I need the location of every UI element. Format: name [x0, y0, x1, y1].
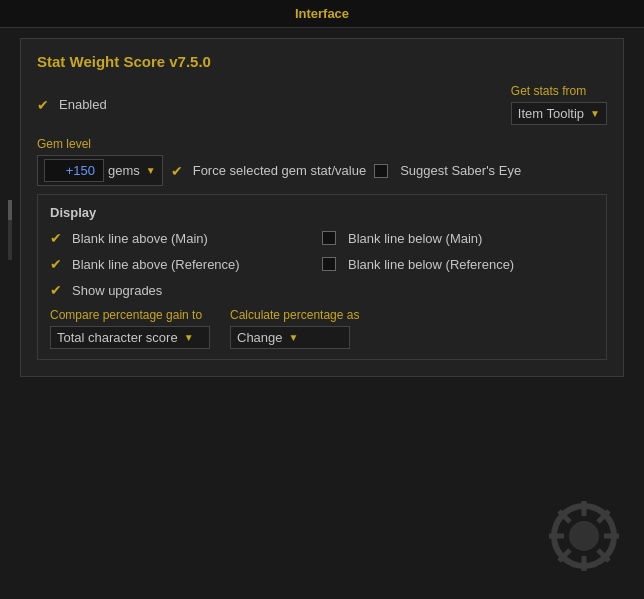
scrollbar-track[interactable] [8, 200, 12, 260]
blank-below-ref-checkbox[interactable]: Blank line below (Reference) [322, 256, 594, 272]
main-panel: Stat Weight Score v7.5.0 ✔ Enabled Get s… [20, 38, 624, 377]
compare-label: Compare percentage gain to [50, 308, 210, 322]
blank-above-main-check-icon: ✔ [50, 230, 66, 246]
enabled-checkbox[interactable]: ✔ Enabled [37, 97, 107, 113]
gem-level-label: Gem level [37, 137, 607, 151]
gem-level-dropdown[interactable]: +150 gems ▼ [37, 155, 163, 186]
calculate-dropdown[interactable]: Change ▼ [230, 326, 350, 349]
blank-below-ref-box [322, 257, 336, 271]
blank-above-ref-label: Blank line above (Reference) [72, 257, 240, 272]
compare-value: Total character score [57, 330, 178, 345]
blank-below-main-label: Blank line below (Main) [348, 231, 482, 246]
compare-row: Compare percentage gain to Total charact… [50, 308, 594, 349]
gem-dropdown-arrow-icon: ▼ [146, 165, 156, 176]
suggest-saber-label: Suggest Saber's Eye [400, 163, 521, 178]
force-gem-checkbox[interactable]: ✔ Force selected gem stat/value [171, 163, 366, 179]
compare-group: Compare percentage gain to Total charact… [50, 308, 210, 349]
decorative-icon [544, 496, 624, 579]
header-bar: Interface [0, 0, 644, 28]
panel-title: Stat Weight Score v7.5.0 [37, 53, 607, 70]
calculate-label: Calculate percentage as [230, 308, 359, 322]
calculate-value: Change [237, 330, 283, 345]
enabled-label: Enabled [59, 97, 107, 112]
display-checkboxes-grid: ✔ Blank line above (Main) Blank line bel… [50, 230, 594, 272]
gem-level-controls: +150 gems ▼ ✔ Force selected gem stat/va… [37, 155, 607, 186]
enabled-check-icon: ✔ [37, 97, 53, 113]
scrollbar-thumb[interactable] [8, 200, 12, 220]
blank-above-ref-checkbox[interactable]: ✔ Blank line above (Reference) [50, 256, 322, 272]
show-upgrades-row: ✔ Show upgrades [50, 282, 594, 298]
display-section: Display ✔ Blank line above (Main) Blank … [37, 194, 607, 360]
calculate-arrow-icon: ▼ [289, 332, 299, 343]
compare-arrow-icon: ▼ [184, 332, 194, 343]
suggest-saber-box [374, 164, 388, 178]
calculate-group: Calculate percentage as Change ▼ [230, 308, 359, 349]
force-gem-label: Force selected gem stat/value [193, 163, 366, 178]
get-stats-label: Get stats from [511, 84, 607, 98]
blank-below-main-box [322, 231, 336, 245]
enabled-get-stats-row: ✔ Enabled Get stats from Item Tooltip ▼ [37, 84, 607, 125]
gem-level-value: +150 [44, 159, 104, 182]
compare-dropdown[interactable]: Total character score ▼ [50, 326, 210, 349]
force-gem-check-icon: ✔ [171, 163, 187, 179]
blank-below-main-checkbox[interactable]: Blank line below (Main) [322, 230, 594, 246]
gem-level-section: Gem level +150 gems ▼ ✔ Force selected g… [37, 137, 607, 186]
get-stats-group: Get stats from Item Tooltip ▼ [511, 84, 607, 125]
main-container: Interface Stat Weight Score v7.5.0 ✔ Ena… [0, 0, 644, 599]
gem-suffix: gems [108, 163, 140, 178]
show-upgrades-label: Show upgrades [72, 283, 162, 298]
blank-below-ref-label: Blank line below (Reference) [348, 257, 514, 272]
suggest-saber-checkbox[interactable]: Suggest Saber's Eye [374, 163, 521, 178]
header-title: Interface [295, 6, 349, 21]
get-stats-arrow-icon: ▼ [590, 108, 600, 119]
display-section-title: Display [50, 205, 594, 220]
show-upgrades-check-icon: ✔ [50, 282, 66, 298]
get-stats-value: Item Tooltip [518, 106, 584, 121]
svg-point-1 [569, 521, 599, 551]
get-stats-dropdown[interactable]: Item Tooltip ▼ [511, 102, 607, 125]
show-upgrades-checkbox[interactable]: ✔ Show upgrades [50, 282, 594, 298]
blank-above-ref-check-icon: ✔ [50, 256, 66, 272]
blank-above-main-label: Blank line above (Main) [72, 231, 208, 246]
blank-above-main-checkbox[interactable]: ✔ Blank line above (Main) [50, 230, 322, 246]
